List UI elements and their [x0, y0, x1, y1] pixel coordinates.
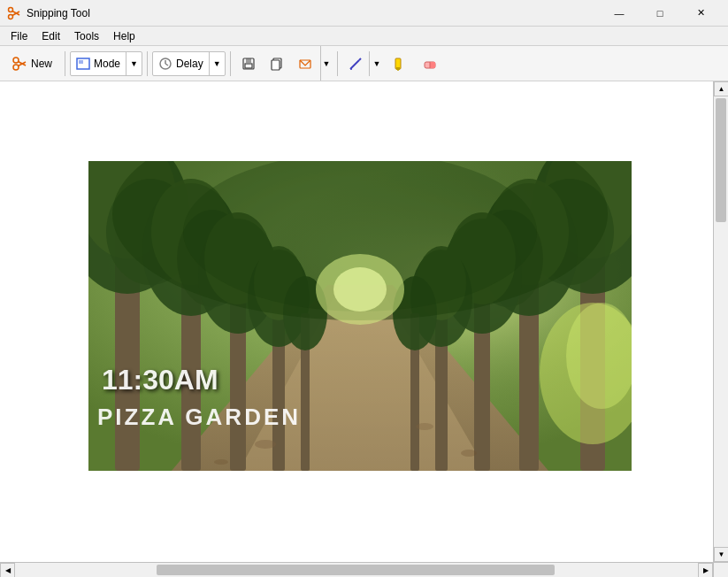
pen-dropdown-arrow[interactable]: ▼ — [369, 51, 385, 76]
svg-line-12 — [165, 64, 168, 65]
svg-text:PIZZA GARDEN: PIZZA GARDEN — [97, 404, 301, 430]
horizontal-scrollbar: ◀ ▶ — [0, 562, 713, 577]
scroll-track-horizontal — [15, 563, 698, 577]
close-button[interactable]: ✕ — [680, 0, 721, 27]
mode-label: Mode — [94, 58, 120, 70]
send-icon — [298, 57, 312, 71]
new-button[interactable]: New — [4, 50, 60, 78]
mode-dropdown-arrow[interactable]: ▼ — [126, 52, 142, 75]
vertical-scrollbar: ▲ ▼ — [713, 81, 728, 562]
send-button[interactable] — [292, 50, 318, 78]
scroll-right-button[interactable]: ▶ — [698, 563, 713, 577]
menu-edit[interactable]: Edit — [34, 28, 67, 44]
app-icon — [7, 6, 21, 20]
svg-point-69 — [416, 423, 433, 430]
title-bar-left: Snipping Tool — [7, 6, 90, 20]
scroll-track-vertical — [714, 96, 728, 547]
svg-point-70 — [214, 459, 228, 465]
highlighter-button[interactable] — [386, 50, 414, 78]
svg-rect-15 — [245, 64, 252, 68]
scroll-down-button[interactable]: ▼ — [714, 547, 728, 562]
eraser-icon — [422, 56, 438, 72]
pen-dropdown[interactable]: ▼ — [342, 51, 385, 76]
minimize-button[interactable]: — — [599, 0, 640, 27]
svg-rect-14 — [246, 58, 251, 63]
toolbar: New Mode ▼ Delay ▼ — [0, 46, 728, 81]
mode-dropdown[interactable]: Mode ▼ — [70, 51, 142, 76]
menu-bar: File Edit Tools Help — [0, 27, 728, 46]
window-title: Snipping Tool — [27, 7, 90, 19]
svg-text:11:30AM: 11:30AM — [102, 364, 218, 396]
svg-line-19 — [350, 60, 359, 69]
separator-3 — [230, 51, 231, 76]
svg-point-0 — [9, 7, 13, 12]
scroll-left-button[interactable]: ◀ — [0, 563, 15, 577]
pen-icon — [348, 56, 364, 72]
highlighter-icon — [392, 56, 408, 72]
svg-point-67 — [333, 267, 387, 312]
pen-dropdown-content — [342, 54, 369, 73]
svg-point-71 — [461, 450, 477, 457]
scrollbar-corner — [713, 562, 728, 577]
copy-icon — [270, 57, 284, 71]
title-bar: Snipping Tool — □ ✕ — [0, 0, 728, 27]
svg-point-68 — [255, 440, 276, 449]
canvas-inner: 11:30AM PIZZA GARDEN — [0, 81, 728, 577]
save-icon — [241, 57, 256, 71]
separator-2 — [147, 51, 148, 76]
delay-dropdown-arrow[interactable]: ▼ — [209, 52, 225, 75]
delay-dropdown[interactable]: Delay ▼ — [152, 51, 226, 76]
separator-1 — [65, 51, 65, 76]
svg-point-1 — [9, 14, 13, 19]
canvas-area: 11:30AM PIZZA GARDEN ▲ ▼ ◀ ▶ — [0, 81, 728, 577]
copy-button[interactable] — [264, 50, 290, 78]
delay-dropdown-content: Delay — [153, 55, 209, 73]
svg-point-5 — [13, 65, 19, 70]
svg-rect-23 — [396, 67, 400, 70]
delay-label: Delay — [176, 58, 203, 70]
svg-rect-17 — [272, 60, 280, 70]
scroll-thumb-vertical[interactable] — [716, 98, 726, 222]
menu-help[interactable]: Help — [106, 28, 142, 44]
separator-4 — [337, 51, 338, 76]
new-snip-icon — [11, 56, 27, 72]
maximize-button[interactable]: □ — [640, 0, 680, 27]
eraser-button[interactable] — [416, 50, 444, 78]
menu-file[interactable]: File — [4, 28, 34, 44]
svg-rect-9 — [79, 60, 83, 64]
save-button[interactable] — [235, 50, 262, 78]
delay-clock-icon — [158, 57, 172, 71]
menu-tools[interactable]: Tools — [67, 28, 106, 44]
mode-dropdown-content: Mode — [71, 56, 126, 72]
mode-icon — [76, 58, 90, 70]
image-container: 11:30AM PIZZA GARDEN — [88, 161, 632, 471]
scroll-thumb-horizontal[interactable] — [157, 565, 555, 575]
tree-avenue-image: 11:30AM PIZZA GARDEN — [88, 161, 632, 471]
scroll-up-button[interactable]: ▲ — [714, 81, 728, 96]
send-dropdown-arrow[interactable]: ▼ — [320, 46, 333, 81]
title-bar-controls: — □ ✕ — [599, 0, 721, 27]
svg-line-20 — [359, 58, 361, 60]
svg-point-4 — [13, 58, 19, 63]
new-button-label: New — [31, 58, 52, 70]
svg-rect-26 — [430, 62, 435, 68]
